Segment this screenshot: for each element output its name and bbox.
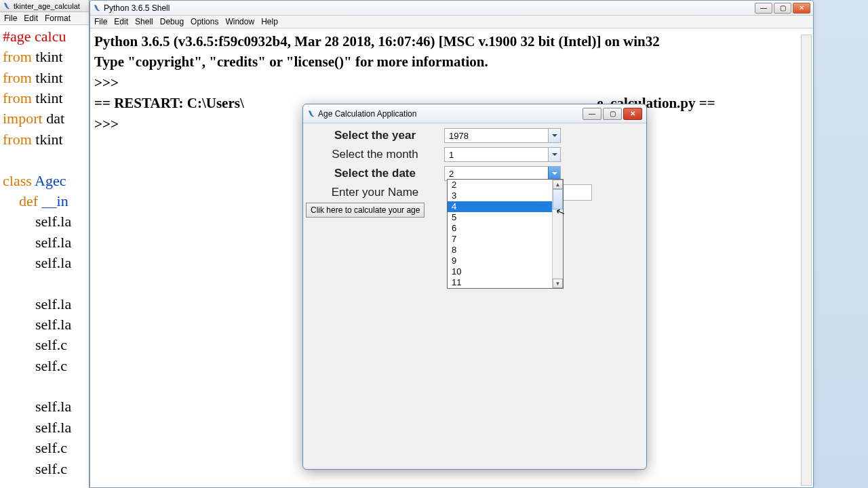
dropdown-item[interactable]: 3: [448, 190, 563, 201]
label-date: Select the date: [306, 167, 444, 180]
label-year: Select the year: [306, 129, 444, 142]
menu-shell[interactable]: Shell: [135, 17, 153, 26]
label-name: Enter your Name: [306, 186, 444, 199]
tk-feather-icon: [307, 110, 315, 118]
minimize-button[interactable]: —: [755, 3, 772, 14]
year-combo[interactable]: 1978: [444, 128, 561, 143]
dropdown-item[interactable]: 9: [448, 256, 563, 266]
tk-titlebar[interactable]: Age Calculation Application — ▢ ✕: [303, 104, 646, 123]
python-feather-icon: [3, 2, 11, 10]
menu-edit[interactable]: Edit: [114, 17, 128, 26]
minimize-button[interactable]: —: [583, 108, 601, 120]
age-calculation-window: Age Calculation Application — ▢ ✕ Select…: [302, 104, 647, 470]
menu-edit[interactable]: Edit: [24, 14, 38, 23]
menu-options[interactable]: Options: [191, 17, 218, 26]
scroll-down-button[interactable]: ▼: [553, 279, 563, 288]
menu-format[interactable]: Format: [45, 14, 71, 23]
dropdown-item[interactable]: 11: [448, 277, 563, 288]
menu-window[interactable]: Window: [225, 17, 254, 26]
code-editor-window: tkinter_age_calculat File Edit Format #a…: [0, 0, 90, 488]
tk-title: Age Calculation Application: [318, 109, 416, 119]
dropdown-item[interactable]: 2: [448, 180, 563, 190]
close-button[interactable]: ✕: [793, 3, 810, 14]
shell-titlebar[interactable]: Python 3.6.5 Shell — ▢ ✕: [90, 1, 813, 16]
label-month: Select the month: [306, 148, 444, 161]
python-feather-icon: [93, 4, 101, 12]
shell-prompt: >>>: [94, 73, 809, 93]
menu-file[interactable]: File: [4, 14, 17, 23]
menu-file[interactable]: File: [94, 17, 107, 26]
shell-title: Python 3.6.5 Shell: [104, 3, 170, 13]
calculate-age-button[interactable]: Clik here to calculate your age: [306, 203, 425, 218]
menu-help[interactable]: Help: [261, 17, 278, 26]
close-button[interactable]: ✕: [623, 108, 642, 120]
editor-content[interactable]: #age calcufrom tkintfrom tkintfrom tkint…: [0, 25, 89, 481]
month-combo[interactable]: 1: [444, 147, 561, 162]
editor-titlebar[interactable]: tkinter_age_calculat: [0, 0, 89, 12]
maximize-button[interactable]: ▢: [774, 3, 791, 14]
chevron-down-icon[interactable]: [548, 148, 560, 161]
shell-banner-line: Python 3.6.5 (v3.6.5:f59c0932b4, Mar 28 …: [94, 31, 809, 52]
date-dropdown-list: ▲ ▼ 234567891011: [447, 179, 564, 289]
dropdown-item[interactable]: 7: [448, 234, 563, 245]
maximize-button[interactable]: ▢: [603, 108, 622, 120]
dropdown-item[interactable]: 6: [448, 223, 563, 234]
shell-banner-line: Type "copyright", "credits" or "license(…: [94, 52, 809, 72]
tk-form: Select the year 1978 Select the month 1 …: [303, 123, 646, 221]
dropdown-item[interactable]: 4: [448, 201, 563, 212]
year-combo-value: 1978: [445, 131, 548, 141]
chevron-down-icon[interactable]: [548, 129, 560, 142]
shell-menubar: File Edit Shell Debug Options Window Hel…: [90, 16, 813, 28]
shell-scrollbar[interactable]: [801, 35, 812, 486]
date-combo-value: 2: [445, 169, 548, 179]
scroll-thumb[interactable]: [553, 189, 563, 209]
month-combo-value: 1: [445, 150, 548, 160]
editor-menubar: File Edit Format: [0, 12, 89, 25]
dropdown-item[interactable]: 10: [448, 266, 563, 277]
dropdown-scrollbar[interactable]: ▲ ▼: [552, 180, 563, 288]
chevron-down-icon[interactable]: [548, 167, 560, 180]
editor-title: tkinter_age_calculat: [14, 2, 80, 10]
dropdown-item[interactable]: 5: [448, 212, 563, 223]
menu-debug[interactable]: Debug: [160, 17, 184, 26]
dropdown-item[interactable]: 8: [448, 245, 563, 256]
scroll-up-button[interactable]: ▲: [553, 180, 563, 189]
